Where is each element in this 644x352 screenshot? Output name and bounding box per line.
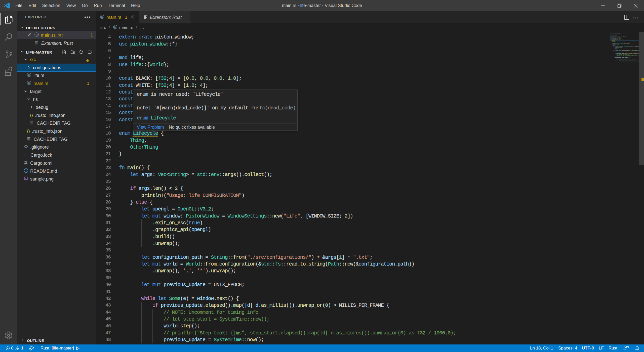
svg-text:R: R xyxy=(114,25,116,28)
svg-text:R: R xyxy=(35,33,37,36)
svg-text:R: R xyxy=(101,15,103,18)
svg-text:R: R xyxy=(28,73,30,76)
svg-text:R: R xyxy=(28,81,30,84)
